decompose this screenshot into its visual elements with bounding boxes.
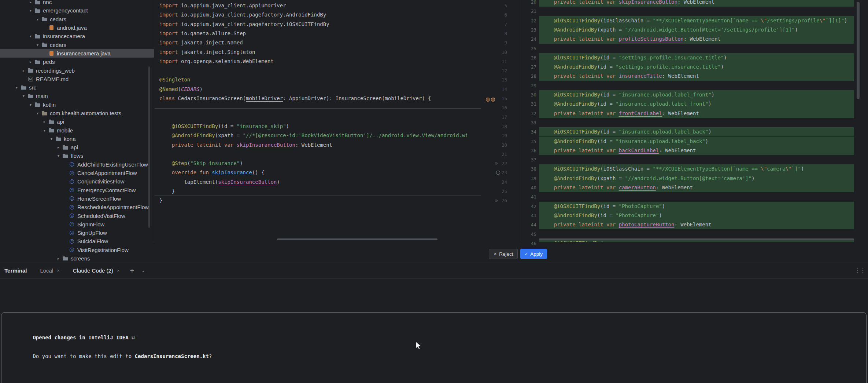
chevron-right-icon[interactable]: ▸ — [20, 69, 27, 73]
chevron-down-icon[interactable]: ▾ — [48, 137, 55, 141]
apply-change-icon[interactable]: » — [495, 159, 498, 168]
chevron-down-icon[interactable]: ▾ — [55, 154, 62, 158]
diff-change-separator — [155, 108, 481, 109]
code-line: } — [155, 187, 481, 196]
tree-item-main[interactable]: ▾main — [0, 92, 154, 100]
right-vertical-scrollbar[interactable] — [857, 2, 860, 99]
terminal-output[interactable]: ⏺Update(k-automation-tests/src/main/kotl… — [0, 279, 868, 383]
tree-item-homescreenflow[interactable]: CHomeScreenFlow — [0, 194, 154, 203]
left-horizontal-scrollbar[interactable] — [277, 238, 437, 240]
line-number: 9 — [481, 38, 507, 47]
tree-item-flows[interactable]: ▾flows — [0, 152, 154, 160]
tree-item-signupflow[interactable]: CSignUpFlow — [0, 229, 154, 237]
code-line: @Named(CEDARS) — [155, 85, 481, 94]
line-number: 26 — [481, 196, 507, 205]
reject-button[interactable]: ✕ Reject — [489, 249, 518, 259]
line-number: 24 — [521, 34, 536, 44]
tree-item-cedars[interactable]: ▾cedars — [0, 15, 154, 23]
chevron-down-icon[interactable]: ▾ — [34, 17, 41, 21]
tree-item-insurancecamera-java[interactable]: insurancecamera.java — [0, 49, 154, 58]
tree-item-screens[interactable]: ▸screens — [0, 254, 154, 260]
close-icon[interactable]: × — [57, 268, 60, 273]
tree-item-visitregistrationflow[interactable]: CVisitRegistrationFlow — [0, 246, 154, 254]
tree-item-kotlin[interactable]: ▾kotlin — [0, 101, 154, 109]
chevron-down-icon[interactable]: ▾ — [27, 34, 34, 38]
tree-item-scheduledvisitflow[interactable]: CScheduledVisitFlow — [0, 211, 154, 220]
code-line: import io.appium.java_client.pagefactory… — [155, 20, 481, 29]
tree-item-cancelappointmentflow[interactable]: CCancelAppointmentFlow — [0, 169, 154, 177]
tree-item-readme-md[interactable]: README.md — [0, 75, 154, 83]
close-icon[interactable]: × — [117, 268, 120, 273]
tree-item-emergencycontact[interactable]: ▾emergencycontact — [0, 6, 154, 15]
tree-item-insurancecamera[interactable]: ▾insurancecamera — [0, 32, 154, 40]
tree-item-api[interactable]: ▸api — [0, 117, 154, 126]
tree-item-signinflow[interactable]: CSignInFlow — [0, 220, 154, 229]
chevron-down-icon[interactable]: ▾ — [13, 85, 20, 90]
terminal-more-icon[interactable]: ⋮⋮ — [855, 267, 865, 274]
code-line: import jakarta.inject.Singleton — [155, 48, 481, 57]
tree-item-label: CancelAppointmentFlow — [77, 170, 137, 176]
apply-button[interactable]: ✓ Apply — [520, 249, 547, 259]
tree-item-src[interactable]: ▾src — [0, 83, 154, 92]
class-icon: C — [70, 196, 74, 201]
line-number: 20 — [521, 0, 536, 7]
terminal-tab-label: Claude Code (2) — [73, 267, 113, 274]
chevron-right-icon[interactable]: ▸ — [27, 60, 34, 64]
code-line: @iOSXCUITFindBy(iOSClassChain = "**/XCUI… — [539, 16, 854, 25]
tree-item-kona[interactable]: ▾kona — [0, 135, 154, 143]
chevron-down-icon[interactable]: ▾ — [27, 8, 34, 12]
terminal-tab-claude-code-2-[interactable]: Claude Code (2)× — [73, 267, 120, 274]
diff-left-pane[interactable]: import io.appium.java_client.AppiumDrive… — [155, 0, 481, 242]
tree-item-label: VisitRegistrationFlow — [77, 247, 129, 253]
tree-item-com-khealth-automation-tests[interactable]: ▾com.khealth.automation.tests — [0, 109, 154, 117]
code-line: import io.appium.java_client.pagefactory… — [155, 10, 481, 19]
right-horizontal-scrollbar[interactable] — [539, 238, 854, 240]
tree-item-peds[interactable]: ▸peds — [0, 58, 154, 66]
line-number: 22 — [521, 16, 536, 25]
chevron-down-icon[interactable]: ▾ — [34, 111, 41, 115]
line-number: 41 — [521, 192, 536, 201]
tree-item-conjunctivitiesflow[interactable]: CConjunctivitiesFlow — [0, 177, 154, 186]
folder-icon — [48, 119, 55, 125]
code-line: import io.appium.java_client.AppiumDrive… — [155, 1, 481, 10]
chevron-down-icon[interactable]: ▾ — [34, 43, 41, 47]
line-number: 30 — [521, 90, 536, 99]
chevron-down-icon[interactable]: ▾ — [27, 103, 34, 107]
tree-item-api[interactable]: ▸api — [0, 143, 154, 152]
chevron-down-icon[interactable]: ⌄ — [141, 268, 145, 273]
project-tree[interactable]: ▸nnc▾emergencycontact▾cedarsandroid.java… — [0, 0, 154, 260]
tree-item-addchildtoexistinguserflow[interactable]: CAddChildToExistingUserFlow — [0, 160, 154, 169]
line-number: 22 — [481, 159, 507, 168]
tree-item-cedars[interactable]: ▾cedars — [0, 40, 154, 49]
tree-item-android-java[interactable]: android.java — [0, 23, 154, 32]
java-icon — [48, 50, 55, 56]
line-number: 14 — [481, 85, 507, 94]
tree-item-label: screens — [71, 255, 90, 260]
tree-item-label: emergencycontact — [43, 7, 88, 14]
code-line — [539, 155, 854, 164]
code-line: @AndroidFindBy(id = "insurance.upload.la… — [539, 137, 854, 146]
chevron-right-icon[interactable]: ▸ — [55, 145, 62, 149]
tree-item-nnc[interactable]: ▸nnc — [0, 0, 154, 6]
tree-scrollbar[interactable] — [148, 66, 150, 228]
chevron-right-icon[interactable]: ▸ — [41, 120, 48, 124]
chevron-down-icon[interactable]: ▾ — [41, 128, 48, 132]
chevron-right-icon[interactable]: ▸ — [27, 0, 34, 4]
new-terminal-tab-button[interactable]: + — [130, 267, 134, 274]
apply-change-icon[interactable]: » — [495, 196, 498, 205]
line-number: 27 — [521, 62, 536, 72]
tree-item-recordings-web[interactable]: ▸recordings_web — [0, 66, 154, 74]
tree-item-label: SignUpFlow — [77, 230, 107, 236]
tree-item-mobile[interactable]: ▾mobile — [0, 126, 154, 134]
tree-item-label: insurancecamera.java — [57, 50, 111, 56]
line-number: 32 — [521, 109, 536, 118]
tree-item-emergencycontactflow[interactable]: CEmergencyContactFlow — [0, 186, 154, 194]
terminal-tab-local[interactable]: Local× — [40, 267, 59, 274]
tree-item-suicidalflow[interactable]: CSuicidalFlow — [0, 237, 154, 245]
chevron-right-icon[interactable]: ▸ — [55, 256, 62, 260]
diff-right-pane[interactable]: private lateinit var skipInsuranceButton… — [539, 0, 854, 242]
tree-item-rescheduleappointmentflow[interactable]: CRescheduleAppointmentFlow — [0, 203, 154, 211]
check-icon: ✓ — [525, 252, 528, 256]
chevron-down-icon[interactable]: ▾ — [20, 94, 27, 98]
folder-icon — [34, 0, 41, 5]
